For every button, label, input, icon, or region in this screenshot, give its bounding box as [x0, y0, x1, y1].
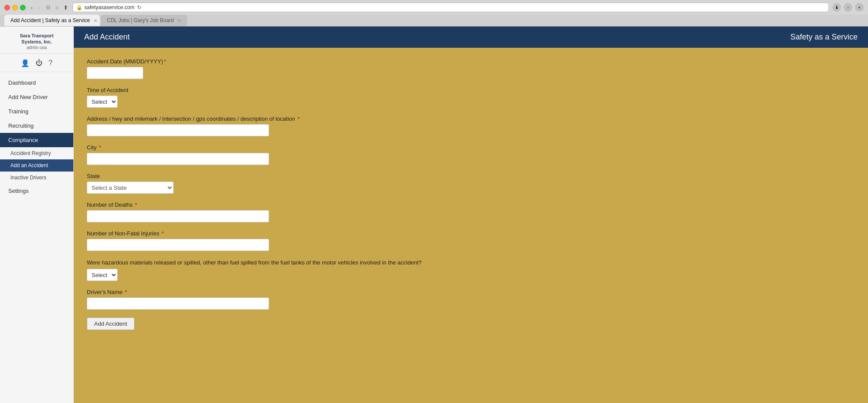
- sidebar-label-recruiting: Recruiting: [8, 122, 34, 129]
- city-group: City *: [87, 144, 855, 165]
- power-button[interactable]: ⏻: [35, 58, 43, 68]
- injuries-group: Number of Non-Fatal Injuries *: [87, 230, 855, 251]
- user-icons: 👤 ⏻ ?: [0, 54, 73, 72]
- tab-close-icon[interactable]: ✕: [178, 18, 181, 23]
- company-name: Sara Transport: [5, 33, 68, 39]
- page-title: Add Accident: [84, 33, 130, 42]
- city-label: City *: [87, 144, 855, 151]
- required-marker: *: [134, 202, 138, 208]
- browser-nav: ‹ ›: [29, 3, 42, 12]
- page-brand: Safety as a Service: [790, 33, 858, 42]
- required-marker: *: [164, 58, 166, 65]
- driver-name-group: Driver's Name *: [87, 289, 855, 310]
- tab-add-accident[interactable]: Add Accident | Safety as a Service ✕: [4, 15, 100, 26]
- injuries-label: Number of Non-Fatal Injuries *: [87, 230, 855, 237]
- sidebar-logo: Sara Transport Systems, Inc. admin-usa: [0, 26, 73, 54]
- sidebar-label-compliance: Compliance: [8, 137, 38, 143]
- company-sub: Systems, Inc.: [5, 39, 68, 45]
- help-button[interactable]: ?: [48, 58, 53, 68]
- sidebar-label-accident-registry: Accident Registry: [10, 150, 51, 156]
- address-bar[interactable]: 🔒 safetyasaservice.com ↻: [72, 3, 829, 12]
- nav-button[interactable]: ☷: [45, 4, 51, 11]
- sidebar-label-inactive-drivers: Inactive Drivers: [10, 175, 46, 181]
- close-window-button[interactable]: [4, 5, 10, 10]
- injuries-input[interactable]: [87, 239, 269, 251]
- lock-icon: 🔒: [76, 5, 82, 10]
- forward-button[interactable]: ›: [36, 3, 41, 12]
- extensions-button[interactable]: ⬇: [832, 3, 841, 12]
- time-of-accident-label: Time of Accident: [87, 87, 855, 93]
- driver-name-input[interactable]: [87, 297, 269, 310]
- user-profile-button[interactable]: 👤: [20, 58, 30, 68]
- sidebar-label-add-accident: Add an Accident: [10, 162, 48, 168]
- sidebar-label-add-driver: Add New Driver: [8, 94, 48, 100]
- driver-name-label: Driver's Name *: [87, 289, 855, 295]
- reload-button[interactable]: ↻: [137, 4, 141, 10]
- deaths-input[interactable]: [87, 210, 269, 222]
- state-label: State: [87, 173, 855, 179]
- sidebar-label-settings: Settings: [8, 188, 29, 194]
- content-area: Accident Date (MM/DD/YYYY)* Time of Acci…: [74, 48, 868, 403]
- accident-date-group: Accident Date (MM/DD/YYYY)*: [87, 58, 855, 79]
- accident-date-label: Accident Date (MM/DD/YYYY)*: [87, 58, 855, 65]
- time-of-accident-select[interactable]: Select AM PM: [87, 96, 118, 108]
- sidebar-label-dashboard: Dashboard: [8, 79, 36, 86]
- tab-label: CDL Jobs | Gary's Job Board: [107, 17, 174, 23]
- tab-cdl-jobs[interactable]: CDL Jobs | Gary's Job Board ✕: [101, 15, 187, 26]
- page-header: Add Accident Safety as a Service: [74, 26, 868, 48]
- sidebar-item-add-accident[interactable]: Add an Accident: [0, 159, 73, 172]
- address-label: Address / hwy and milemark / intersectio…: [87, 116, 855, 122]
- nav-menu: Dashboard Add New Driver Training Recrui…: [0, 72, 73, 202]
- user-sub: admin-usa: [5, 45, 68, 50]
- required-marker: *: [97, 144, 101, 151]
- hazmat-label: Were hazardous materials released or spi…: [87, 259, 855, 267]
- required-marker: *: [296, 116, 300, 122]
- time-of-accident-group: Time of Accident Select AM PM: [87, 87, 855, 108]
- maximize-window-button[interactable]: [20, 5, 26, 10]
- hazmat-group: Were hazardous materials released or spi…: [87, 259, 855, 281]
- sidebar-label-training: Training: [8, 108, 28, 115]
- address-input[interactable]: [87, 124, 269, 136]
- sidebar-item-recruiting[interactable]: Recruiting: [0, 119, 73, 133]
- sidebar-item-settings[interactable]: Settings: [0, 184, 73, 198]
- sidebar-item-training[interactable]: Training: [0, 104, 73, 119]
- main-area: Add Accident Safety as a Service Acciden…: [74, 26, 868, 403]
- sidebar-item-add-driver[interactable]: Add New Driver: [0, 90, 73, 104]
- tab-close-icon[interactable]: ✕: [94, 18, 97, 23]
- traffic-lights: [4, 5, 26, 10]
- address-group: Address / hwy and milemark / intersectio…: [87, 116, 855, 136]
- submit-button[interactable]: Add Accident: [87, 317, 135, 330]
- sidebar-item-inactive-drivers[interactable]: Inactive Drivers: [0, 172, 73, 184]
- submit-group: Add Accident: [87, 317, 855, 330]
- browser-tabs: Add Accident | Safety as a Service ✕ CDL…: [0, 15, 868, 26]
- add-accident-form: Accident Date (MM/DD/YYYY)* Time of Acci…: [87, 58, 855, 330]
- accident-date-input[interactable]: [87, 67, 143, 79]
- required-marker: *: [160, 230, 164, 237]
- state-group: State Select a State Alabama Alaska Ariz…: [87, 173, 855, 194]
- sidebar-item-dashboard[interactable]: Dashboard: [0, 76, 73, 90]
- city-input[interactable]: [87, 153, 269, 165]
- deaths-group: Number of Deaths *: [87, 202, 855, 222]
- sidebar: Sara Transport Systems, Inc. admin-usa 👤…: [0, 26, 74, 403]
- new-tab-button[interactable]: +: [855, 3, 864, 12]
- sidebar-item-accident-registry[interactable]: Accident Registry: [0, 147, 73, 159]
- share-button[interactable]: ↑: [844, 3, 852, 12]
- home-button[interactable]: ⌂: [55, 4, 59, 11]
- required-marker: *: [123, 289, 127, 295]
- hazmat-select[interactable]: Select Yes No: [87, 269, 118, 281]
- browser-chrome: ‹ › ☷ ⌂ ⬆ 🔒 safetyasaservice.com ↻ ⬇ ↑ +…: [0, 0, 868, 26]
- state-select[interactable]: Select a State Alabama Alaska Arizona Ca…: [87, 182, 174, 194]
- deaths-label: Number of Deaths *: [87, 202, 855, 208]
- share-icon[interactable]: ⬆: [62, 3, 69, 12]
- url-text: safetyasaservice.com: [84, 4, 134, 10]
- sidebar-item-compliance[interactable]: Compliance: [0, 133, 73, 147]
- back-button[interactable]: ‹: [29, 3, 34, 12]
- tab-label: Add Accident | Safety as a Service: [10, 17, 90, 23]
- minimize-window-button[interactable]: [12, 5, 18, 10]
